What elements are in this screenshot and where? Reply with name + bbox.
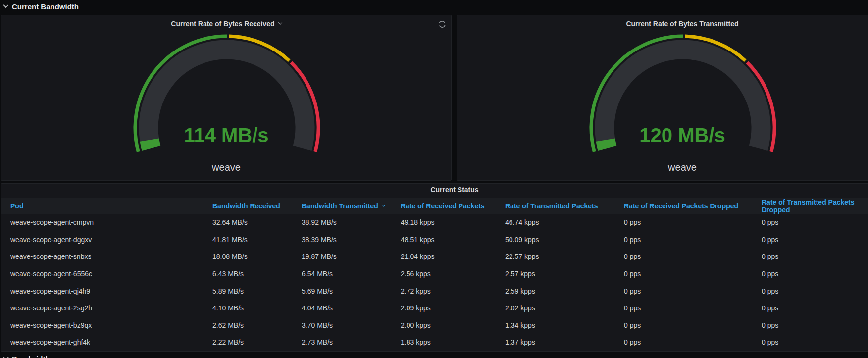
panel-bytes-transmitted: Current Rate of Bytes Transmitted 120 MB…: [457, 15, 868, 181]
pod-link[interactable]: weave-scope-agent-6556c: [10, 270, 92, 278]
table-cell: 4.04 MB/s: [302, 304, 401, 312]
table-cell: 38.92 MB/s: [302, 218, 401, 226]
refresh-icon: [437, 19, 448, 30]
table-cell: 2.00 kpps: [401, 321, 505, 329]
column-header-rate-transmitted-packets[interactable]: Rate of Transmitted Packets: [505, 202, 624, 210]
table-cell: 38.39 MB/s: [302, 236, 401, 244]
table-cell: 0 pps: [624, 270, 762, 278]
table-cell: 0 pps: [624, 218, 762, 226]
section-title: Current Bandwidth: [12, 2, 79, 11]
table-row: weave-scope-agent-2sg2h4.10 MB/s4.04 MB/…: [1, 300, 868, 317]
table-cell: 2.56 kpps: [401, 270, 505, 278]
panel-title-bytes-transmitted[interactable]: Current Rate of Bytes Transmitted: [457, 20, 868, 28]
table-cell: 0 pps: [762, 270, 868, 278]
table-cell: 21.04 kpps: [401, 253, 505, 260]
pod-link[interactable]: weave-scope-agent-cmpvn: [10, 218, 94, 226]
table-cell: 0 pps: [762, 304, 868, 312]
table-cell: 0 pps: [762, 287, 868, 295]
pod-link[interactable]: weave-scope-agent-snbxs: [10, 253, 91, 260]
column-header-rate-transmitted-packets-dropped[interactable]: Rate of Transmitted Packets Dropped: [762, 198, 868, 214]
table-cell: 0 pps: [762, 218, 868, 226]
table-row: weave-scope-agent-cmpvn32.64 MB/s38.92 M…: [1, 214, 868, 231]
table-cell: 2.02 kpps: [505, 304, 624, 312]
column-header-bandwidth-received[interactable]: Bandwidth Received: [212, 202, 302, 210]
table-cell: 1.83 kpps: [401, 338, 505, 346]
table-panel-title: Current Status: [1, 186, 868, 194]
table-cell: 2.57 kpps: [505, 270, 624, 278]
table-row: weave-scope-agent-bz9qx2.62 MB/s3.70 MB/…: [1, 317, 868, 334]
table-row: weave-scope-agent-dggxv41.81 MB/s38.39 M…: [1, 231, 868, 249]
table-cell: 5.89 MB/s: [212, 287, 302, 295]
gauge-series-label: weave: [1, 161, 451, 173]
chevron-down-icon: [3, 354, 8, 358]
table-cell: 0 pps: [762, 253, 868, 260]
table-cell: 1.34 kpps: [505, 321, 624, 329]
table-cell: 41.81 MB/s: [212, 236, 302, 244]
table-cell: 2.62 MB/s: [212, 321, 302, 329]
gauge-value: 114 MB/s: [1, 123, 451, 147]
table-cell: 32.64 MB/s: [212, 218, 302, 226]
table-cell: 50.09 kpps: [505, 236, 624, 244]
table-cell: 0 pps: [762, 321, 868, 329]
status-table: Pod Bandwidth Received Bandwidth Transmi…: [1, 198, 868, 351]
table-cell: 48.51 kpps: [401, 236, 505, 244]
sort-chevron-down-icon: [382, 203, 386, 206]
table-cell: 3.70 MB/s: [302, 321, 401, 329]
table-cell: 1.37 kpps: [505, 338, 624, 346]
table-cell: 2.73 MB/s: [302, 338, 401, 346]
column-header-rate-received-packets[interactable]: Rate of Received Packets: [401, 202, 505, 210]
column-header-bandwidth-transmitted[interactable]: Bandwidth Transmitted: [302, 202, 401, 210]
panel-title-bytes-received[interactable]: Current Rate of Bytes Received: [1, 20, 451, 28]
table-cell: 0 pps: [624, 236, 762, 244]
table-cell: 2.72 kpps: [401, 287, 505, 295]
table-cell: 0 pps: [624, 253, 762, 260]
table-cell: 6.54 MB/s: [302, 270, 401, 278]
pod-link[interactable]: weave-scope-agent-2sg2h: [10, 304, 92, 312]
table-cell: 6.43 MB/s: [212, 270, 302, 278]
pod-link[interactable]: weave-scope-agent-ghf4k: [10, 338, 90, 346]
table-cell: 22.57 kpps: [505, 253, 624, 260]
gauge-value: 120 MB/s: [457, 123, 868, 147]
section-row-current-bandwidth[interactable]: Current Bandwidth: [0, 0, 79, 13]
chevron-down-icon: [3, 2, 8, 7]
column-header-rate-received-packets-dropped[interactable]: Rate of Received Packets Dropped: [624, 202, 762, 210]
table-cell: 2.09 kpps: [401, 304, 505, 312]
table-cell: 5.69 MB/s: [302, 287, 401, 295]
table-row: weave-scope-agent-ghf4k2.22 MB/s2.73 MB/…: [1, 334, 868, 351]
table-row: weave-scope-agent-qj4h95.89 MB/s5.69 MB/…: [1, 282, 868, 300]
gauge-series-label: weave: [457, 161, 868, 173]
section-row-bandwidth[interactable]: Bandwidth: [0, 352, 50, 358]
table-header-row: Pod Bandwidth Received Bandwidth Transmi…: [1, 198, 868, 214]
table-cell: 0 pps: [624, 338, 762, 346]
refresh-button[interactable]: [436, 18, 448, 30]
table-cell: 2.22 MB/s: [212, 338, 302, 346]
table-cell: 0 pps: [762, 236, 868, 244]
panel-current-status: Current Status Pod Bandwidth Received Ba…: [1, 183, 868, 352]
table-cell: 0 pps: [762, 338, 868, 346]
table-cell: 0 pps: [624, 304, 762, 312]
table-cell: 0 pps: [624, 321, 762, 329]
table-cell: 2.59 kpps: [505, 287, 624, 295]
table-cell: 46.74 kpps: [505, 218, 624, 226]
table-cell: 19.87 MB/s: [302, 253, 401, 260]
pod-link[interactable]: weave-scope-agent-qj4h9: [10, 287, 90, 295]
pod-link[interactable]: weave-scope-agent-dggxv: [10, 236, 92, 244]
table-cell: 0 pps: [624, 287, 762, 295]
table-cell: 18.08 MB/s: [212, 253, 302, 260]
panel-bytes-received: Current Rate of Bytes Received 114 MB/s …: [1, 15, 452, 181]
pod-link[interactable]: weave-scope-agent-bz9qx: [10, 321, 92, 329]
dashboard: Current Bandwidth Current Rate of Bytes …: [0, 0, 868, 358]
panel-title-text: Current Rate of Bytes Transmitted: [626, 20, 738, 28]
panel-title-text: Current Rate of Bytes Received: [171, 20, 274, 28]
table-body: weave-scope-agent-cmpvn32.64 MB/s38.92 M…: [1, 214, 868, 351]
chevron-down-icon: [278, 20, 282, 24]
table-cell: 4.10 MB/s: [212, 304, 302, 312]
table-cell: 49.18 kpps: [401, 218, 505, 226]
table-row: weave-scope-agent-6556c6.43 MB/s6.54 MB/…: [1, 265, 868, 283]
table-row: weave-scope-agent-snbxs18.08 MB/s19.87 M…: [1, 248, 868, 265]
column-header-pod[interactable]: Pod: [10, 202, 212, 210]
section-title: Bandwidth: [12, 355, 50, 358]
